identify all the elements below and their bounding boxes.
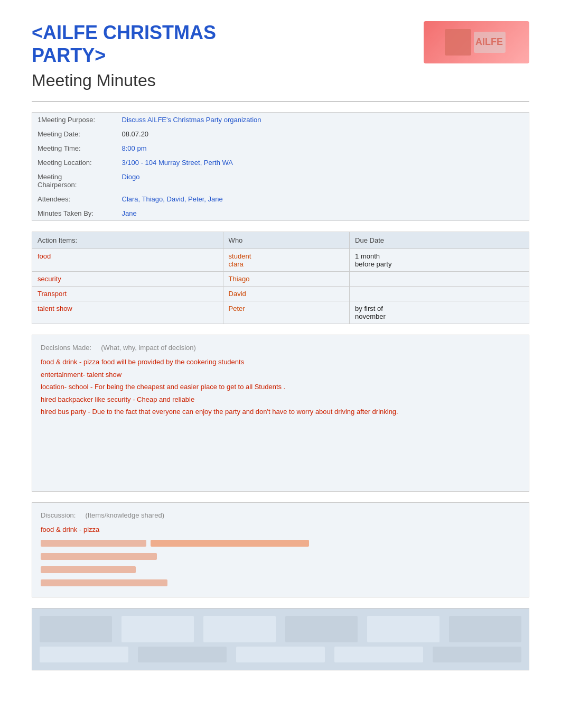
action-who-1: Thiago [223,272,349,287]
attendees-label: Attendees: [32,192,117,206]
footer-cell-4 [285,616,358,642]
footer-cell-2 [121,616,194,642]
title-line2: PARTY> [32,44,106,66]
page-header: <AILFE CHRISTMAS PARTY> Meeting Minutes … [32,21,529,90]
action-table-row: talent showPeterby first of november [32,301,529,324]
decisions-header: Decisions Made: (What, why, impact of de… [41,344,520,352]
logo: AILFE [424,21,529,63]
svg-rect-0 [445,29,471,56]
svg-text:AILFE: AILFE [475,36,503,47]
meeting-location-row: Meeting Location: 3/100 - 104 Murray Str… [32,155,529,170]
action-due-1 [350,272,529,287]
footer-row-2 [38,644,523,665]
meeting-info-table: 1Meeting Purpose: Discuss AILFE's Christ… [32,112,529,221]
discussion-content: food & drink - pizza [41,524,520,589]
decisions-subheader: (What, why, impact of decision) [101,344,196,352]
discussion-header-label: Discussion: [41,511,76,519]
footer-cell-7 [40,647,128,662]
blurred-line-1 [41,540,146,547]
action-due-2 [350,287,529,301]
decisions-header-label: Decisions Made: [41,344,91,352]
meeting-purpose-row: 1Meeting Purpose: Discuss AILFE's Christ… [32,113,529,127]
footer-cell-3 [203,616,276,642]
action-table-row: securityThiago [32,272,529,287]
blurred-line-4 [41,566,136,573]
action-table-row: TransportDavid [32,287,529,301]
footer-row-1 [38,614,523,644]
page-subtitle: Meeting Minutes [32,71,216,90]
action-table-header: Action Items: Who Due Date [32,232,529,249]
footer-cell-1 [40,616,112,642]
action-who-0: student clara [223,249,349,272]
blurred-line-2 [151,540,309,547]
action-due-header: Due Date [350,232,529,249]
minutes-label: Minutes Taken By: [32,206,117,221]
meeting-minutes-row: Minutes Taken By: Jane [32,206,529,221]
meeting-time-row: Meeting Time: 8:00 pm [32,141,529,155]
title-line1: <AILFE CHRISTMAS [32,22,216,43]
meeting-chairperson-row: MeetingChairperson: Diogo [32,170,529,192]
decisions-content: food & drink - pizza food will be provid… [41,357,520,417]
location-value: 3/100 - 104 Murray Street, Perth WA [117,155,529,170]
action-label-2: Transport [32,287,223,301]
blurred-line-5 [41,579,167,586]
meeting-date-row: Meeting Date: 08.07.20 [32,127,529,141]
chairperson-label: MeetingChairperson: [32,170,117,192]
action-items-header: Action Items: [32,232,223,249]
action-who-3: Peter [223,301,349,324]
footer-cell-6 [449,616,521,642]
decision-item-3: hired backpacker like security - Cheap a… [41,394,520,405]
header-divider [32,101,529,102]
purpose-label: 1Meeting Purpose: [32,113,117,127]
action-label-0: food [32,249,223,272]
date-value: 08.07.20 [117,127,529,141]
meeting-attendees-row: Attendees: Clara, Thiago, David, Peter, … [32,192,529,206]
discussion-subheader: (Items/knowledge shared) [86,511,165,519]
footer-cell-9 [236,647,325,662]
discussion-item-1: food & drink - pizza [41,524,520,535]
action-items-table: Action Items: Who Due Date foodstudent c… [32,232,529,324]
decision-item-2: location- school - For being the cheapes… [41,382,520,392]
decision-item-1: entertainment- talent show [41,370,520,380]
discussion-header: Discussion: (Items/knowledge shared) [41,511,520,519]
action-label-3: talent show [32,301,223,324]
action-due-3: by first of november [350,301,529,324]
date-label: Meeting Date: [32,127,117,141]
decision-item-0: food & drink - pizza food will be provid… [41,357,520,367]
action-who-2: David [223,287,349,301]
time-label: Meeting Time: [32,141,117,155]
footer-section [32,608,529,670]
action-table-row: foodstudent clara1 month before party [32,249,529,272]
footer-cell-8 [138,647,227,662]
decisions-empty-space [41,419,520,483]
action-due-0: 1 month before party [350,249,529,272]
page-title-line1: <AILFE CHRISTMAS PARTY> [32,21,216,67]
footer-cell-11 [433,647,521,662]
footer-cell-5 [367,616,440,642]
purpose-value: Discuss AILFE's Christmas Party organiza… [117,113,529,127]
discussion-section: Discussion: (Items/knowledge shared) foo… [32,502,529,598]
action-label-1: security [32,272,223,287]
minutes-value: Jane [117,206,529,221]
decision-item-4: hired bus party - Due to the fact that e… [41,407,520,417]
attendees-value: Clara, Thiago, David, Peter, Jane [117,192,529,206]
chairperson-value: Diogo [117,170,529,192]
decisions-section: Decisions Made: (What, why, impact of de… [32,335,529,492]
time-value: 8:00 pm [117,141,529,155]
title-block: <AILFE CHRISTMAS PARTY> Meeting Minutes [32,21,216,90]
action-who-header: Who [223,232,349,249]
blurred-line-3 [41,553,157,560]
location-label: Meeting Location: [32,155,117,170]
footer-cell-10 [334,647,423,662]
